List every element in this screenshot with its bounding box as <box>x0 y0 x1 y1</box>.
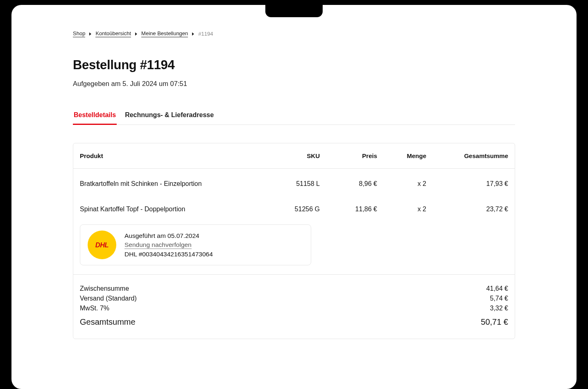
grand-total-row: Gesamtsumme 50,71 € <box>80 313 508 328</box>
subtotal-value: 41,64 € <box>486 285 508 292</box>
order-card: Produkt SKU Preis Menge Gesamtsumme Brat… <box>73 143 515 339</box>
cell-qty: x 2 <box>384 169 433 197</box>
subtotal-label: Zwischensumme <box>80 285 129 292</box>
shipment-info: Ausgeführt am 05.07.2024 Sendung nachver… <box>124 232 213 258</box>
breadcrumb-account[interactable]: Kontoübersicht <box>95 30 131 37</box>
table-row: Spinat Kartoffel Topf - Doppelportion 51… <box>73 197 515 222</box>
breadcrumb: Shop Kontoübersicht Meine Bestellungen #… <box>73 30 515 37</box>
breadcrumb-current: #1194 <box>198 31 213 37</box>
shipment-row: DHL Ausgeführt am 05.07.2024 Sendung nac… <box>73 222 515 274</box>
subtotal-row: Zwischensumme 41,64 € <box>80 284 508 294</box>
shipment-fulfilled: Ausgeführt am 05.07.2024 <box>124 232 213 240</box>
cell-total: 23,72 € <box>433 197 515 222</box>
chevron-right-icon <box>192 32 194 36</box>
cell-product: Bratkartoffeln mit Schinken - Einzelport… <box>73 169 277 197</box>
shipping-label: Versand (Standard) <box>80 295 137 302</box>
shipping-row: Versand (Standard) 5,74 € <box>80 294 508 303</box>
col-price: Preis <box>326 143 384 169</box>
tax-row: MwSt. 7% 3,32 € <box>80 303 508 313</box>
order-date: Aufgegeben am 5. Juli 2024 um 07:51 <box>73 80 515 88</box>
device-frame: Shop Kontoübersicht Meine Bestellungen #… <box>11 5 577 389</box>
tax-value: 3,32 € <box>490 305 508 312</box>
cell-sku: 51256 G <box>277 197 326 222</box>
chevron-right-icon <box>135 32 137 36</box>
shipment-tracking-number: DHL #00340434216351473064 <box>124 251 213 258</box>
table-row: Bratkartoffeln mit Schinken - Einzelport… <box>73 169 515 197</box>
breadcrumb-orders[interactable]: Meine Bestellungen <box>141 30 188 37</box>
grand-total-value: 50,71 € <box>481 317 508 327</box>
dhl-icon: DHL <box>88 231 116 259</box>
page-content: Shop Kontoübersicht Meine Bestellungen #… <box>11 5 577 364</box>
col-qty: Menge <box>384 143 433 169</box>
order-totals: Zwischensumme 41,64 € Versand (Standard)… <box>73 274 515 339</box>
order-items-table: Produkt SKU Preis Menge Gesamtsumme Brat… <box>73 143 515 274</box>
grand-total-label: Gesamtsumme <box>80 317 136 327</box>
shipment-box: DHL Ausgeführt am 05.07.2024 Sendung nac… <box>80 224 311 265</box>
tab-billing-shipping[interactable]: Rechnungs- & Lieferadresse <box>124 107 215 124</box>
col-total: Gesamtsumme <box>433 143 515 169</box>
col-product: Produkt <box>73 143 277 169</box>
cell-price: 8,96 € <box>326 169 384 197</box>
shipping-value: 5,74 € <box>490 295 508 302</box>
table-header-row: Produkt SKU Preis Menge Gesamtsumme <box>73 143 515 169</box>
track-shipment-link[interactable]: Sendung nachverfolgen <box>124 241 192 249</box>
cell-qty: x 2 <box>384 197 433 222</box>
tabs: Bestelldetails Rechnungs- & Lieferadress… <box>73 107 515 125</box>
tax-label: MwSt. 7% <box>80 305 109 312</box>
page-title: Bestellung #1194 <box>73 58 515 72</box>
cell-product: Spinat Kartoffel Topf - Doppelportion <box>73 197 277 222</box>
cell-total: 17,93 € <box>433 169 515 197</box>
col-sku: SKU <box>277 143 326 169</box>
cell-sku: 51158 L <box>277 169 326 197</box>
chevron-right-icon <box>89 32 91 36</box>
breadcrumb-shop[interactable]: Shop <box>73 30 85 37</box>
cell-price: 11,86 € <box>326 197 384 222</box>
tab-order-details[interactable]: Bestelldetails <box>73 107 117 125</box>
device-notch <box>265 5 323 17</box>
